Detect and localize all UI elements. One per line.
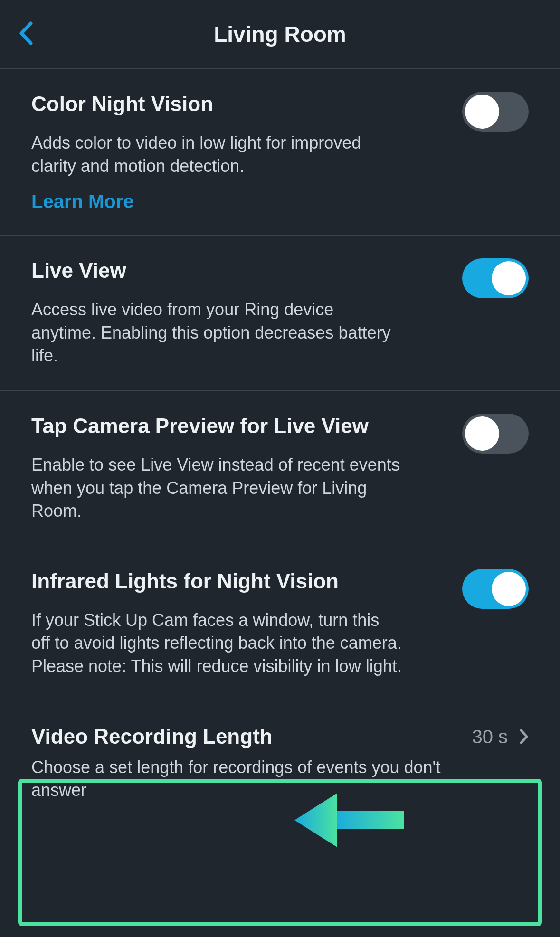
row-live-view: Live View Access live video from your Ri… <box>0 236 560 391</box>
row-tap-preview: Tap Camera Preview for Live View Enable … <box>0 391 560 546</box>
row-recording-length[interactable]: Video Recording Length 30 s Choose a set… <box>0 701 560 825</box>
row-desc: Enable to see Live View instead of recen… <box>31 454 402 523</box>
row-color-night-vision: Color Night Vision Adds color to video i… <box>0 69 560 236</box>
learn-more-link[interactable]: Learn More <box>31 191 134 212</box>
toggle-knob <box>492 261 526 295</box>
row-title: Color Night Vision <box>31 91 451 117</box>
row-title: Live View <box>31 257 451 284</box>
page-title: Living Room <box>214 21 346 47</box>
toggle-infrared[interactable] <box>462 569 529 609</box>
chevron-right-icon <box>519 729 529 745</box>
row-desc: Choose a set length for recordings of ev… <box>31 756 459 802</box>
toggle-knob <box>492 572 526 606</box>
row-desc: Adds color to video in low light for imp… <box>31 132 402 178</box>
back-button[interactable] <box>11 19 40 47</box>
row-desc: If your Stick Up Cam faces a window, tur… <box>31 609 402 678</box>
row-title: Infrared Lights for Night Vision <box>31 568 451 594</box>
row-infrared: Infrared Lights for Night Vision If your… <box>0 546 560 701</box>
recording-length-value: 30 s <box>472 726 508 748</box>
toggle-tap-preview[interactable] <box>462 414 529 454</box>
toggle-color-night-vision[interactable] <box>462 92 529 132</box>
row-value-wrap: 30 s <box>472 726 529 748</box>
toggle-live-view[interactable] <box>462 258 529 298</box>
toggle-knob <box>465 416 499 451</box>
row-title: Video Recording Length <box>31 723 460 749</box>
row-title: Tap Camera Preview for Live View <box>31 413 451 439</box>
settings-list: Color Night Vision Adds color to video i… <box>0 69 560 937</box>
header: Living Room <box>0 0 560 69</box>
toggle-knob <box>465 95 499 129</box>
row-desc: Access live video from your Ring device … <box>31 298 402 368</box>
chevron-left-icon <box>19 21 33 45</box>
